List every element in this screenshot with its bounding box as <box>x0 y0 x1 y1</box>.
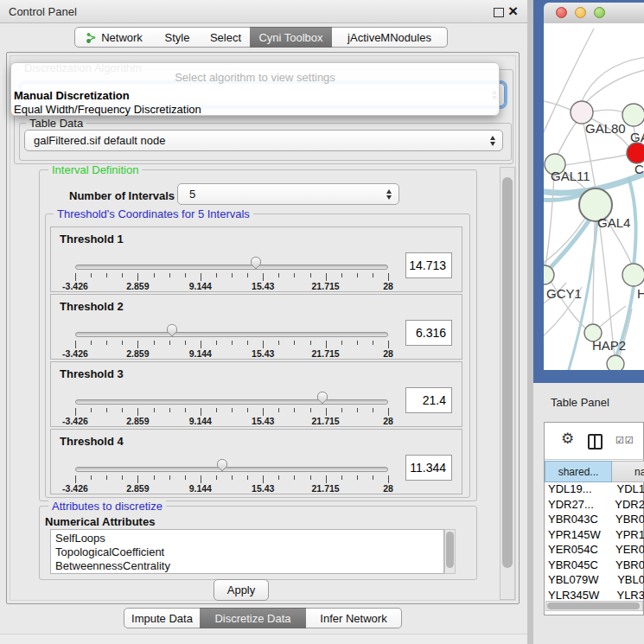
slider-thumb[interactable] <box>215 458 229 472</box>
threshold-value-field[interactable]: 21.4 <box>405 387 452 413</box>
threshold-panel-2: Threshold 2-3.4262.8599.14415.4321.71528… <box>50 294 462 360</box>
network-node-ga[interactable] <box>622 104 644 126</box>
edge[interactable] <box>582 56 644 101</box>
network-window-titlebar[interactable] <box>544 3 644 24</box>
minor-tick <box>106 273 107 277</box>
network-node[interactable] <box>607 355 624 370</box>
minor-tick <box>278 273 279 277</box>
select-columns-icon[interactable]: ☑☑ <box>615 435 634 446</box>
window-title: Control Panel <box>9 5 77 18</box>
bottom-tab-impute-data[interactable]: Impute Data <box>124 608 201 628</box>
major-tick <box>388 273 389 281</box>
number-of-intervals-combobox[interactable]: 5 <box>177 183 399 205</box>
minor-tick <box>232 475 233 480</box>
tick-label: 15.43 <box>252 416 274 426</box>
slider-thumb[interactable] <box>165 323 179 337</box>
cell-name: YDR2 <box>609 498 644 513</box>
main-scrollbar-thumb[interactable] <box>502 177 513 568</box>
table-row[interactable]: YDR27...YDR2 <box>545 498 644 513</box>
minor-tick <box>310 341 311 345</box>
tab-style[interactable]: Style <box>153 27 202 48</box>
column-header-name[interactable]: na <box>612 461 644 482</box>
edge[interactable] <box>564 155 628 165</box>
column-layout-icon[interactable] <box>588 434 603 450</box>
tab-network[interactable]: Network <box>74 27 154 48</box>
major-tick <box>263 475 264 483</box>
network-node-h[interactable] <box>622 264 644 286</box>
column-header-shared-name[interactable]: shared... <box>545 461 612 482</box>
major-tick <box>201 408 201 416</box>
list-item-selfloops[interactable]: SelfLoops <box>55 532 443 545</box>
minor-tick <box>294 408 295 412</box>
slider-track[interactable] <box>75 467 388 472</box>
edge[interactable] <box>593 221 595 325</box>
edge[interactable] <box>544 239 545 266</box>
major-tick <box>137 408 138 416</box>
edge[interactable] <box>585 68 644 103</box>
dropdown-item-equal-width-frequency-discretization[interactable]: Equal Width/Frequency Discretization <box>14 103 201 116</box>
list-item-betweennesscentrality[interactable]: BetweennessCentrality <box>55 559 443 573</box>
major-tick <box>75 475 76 483</box>
major-tick <box>263 408 264 416</box>
tab-cyni-toolbox[interactable]: Cyni Toolbox <box>250 27 333 48</box>
table-row[interactable]: YDL19...YDL1 <box>545 482 644 498</box>
table-row[interactable]: YLR345WYLR3 <box>545 589 644 601</box>
threshold-value-field[interactable]: 14.713 <box>405 252 452 278</box>
minor-tick <box>91 475 92 480</box>
threshold-value-field[interactable]: 11.344 <box>405 455 452 481</box>
interval-definition-group-title: Interval Definition <box>48 164 142 175</box>
slider-tick-labels: -3.4262.8599.14415.4321.71528 <box>75 348 388 359</box>
bottom-tab-label: Impute Data <box>131 612 193 625</box>
tick-label: 2.859 <box>126 483 149 494</box>
numerical-attributes-list[interactable]: SelfLoopsTopologicalCoefficientBetweenne… <box>50 529 444 574</box>
float-window-icon[interactable] <box>494 8 504 17</box>
major-tick <box>137 341 138 348</box>
minor-tick <box>169 475 170 480</box>
threshold-panel-3: Threshold 3-3.4262.8599.14415.4321.71528… <box>50 361 462 427</box>
apply-button[interactable]: Apply <box>214 579 269 601</box>
gear-icon[interactable]: ⚙ <box>561 430 574 448</box>
tab-jactivemnodules[interactable]: jActiveMNodules <box>332 27 448 48</box>
network-node-c[interactable] <box>627 143 644 163</box>
network-canvas[interactable]: GAL80GACGAL11GAL4GCY1HHAP2 <box>544 23 644 370</box>
bottom-tab-discretize-data[interactable]: Discretize Data <box>200 608 307 628</box>
slider-track[interactable] <box>75 265 388 270</box>
table-row[interactable]: YPR145WYPR1 <box>545 528 644 544</box>
minor-tick <box>216 273 217 277</box>
node-label: GCY1 <box>546 286 582 301</box>
edge[interactable] <box>544 99 571 110</box>
table-row[interactable]: YBR043CYBR0 <box>545 513 644 528</box>
slider-ticks <box>75 408 388 416</box>
tick-label: 9.144 <box>189 416 212 426</box>
dropdown-item-manual-discretization[interactable]: Manual Discretization <box>14 89 130 102</box>
table-row[interactable]: YBL079WYBL0 <box>545 573 644 589</box>
attributes-scrollbar-thumb[interactable] <box>446 532 454 568</box>
edge[interactable] <box>593 110 623 112</box>
slider-track[interactable] <box>75 399 388 405</box>
table-hscrollbar-thumb[interactable] <box>547 603 640 609</box>
close-icon[interactable]: × <box>508 1 518 22</box>
slider-thumb[interactable] <box>249 256 263 270</box>
minor-tick <box>278 408 279 412</box>
table-row[interactable]: YBR045CYBR0 <box>545 558 644 574</box>
table-row[interactable]: YER054CYER0 <box>545 543 644 558</box>
minor-tick <box>310 408 311 412</box>
slider-thumb[interactable] <box>316 391 329 405</box>
tab-select[interactable]: Select <box>201 27 251 48</box>
bottom-tab-infer-network[interactable]: Infer Network <box>306 608 402 628</box>
threshold-value-field[interactable]: 6.316 <box>405 320 452 346</box>
minimize-traffic-light-icon[interactable] <box>575 7 586 18</box>
table-data-combobox[interactable]: galFiltered.sif default node <box>24 130 503 151</box>
edge[interactable] <box>558 122 577 155</box>
minor-tick <box>91 408 92 412</box>
edge[interactable] <box>600 306 626 327</box>
threshold-label: Threshold 3 <box>60 367 124 380</box>
slider-track[interactable] <box>75 332 388 337</box>
zoom-traffic-light-icon[interactable] <box>594 7 605 18</box>
minor-tick <box>106 341 107 345</box>
major-tick <box>326 341 327 348</box>
minor-tick <box>373 475 373 480</box>
close-traffic-light-icon[interactable] <box>556 7 567 18</box>
minor-tick <box>185 273 186 277</box>
list-item-topologicalcoefficient[interactable]: TopologicalCoefficient <box>55 545 443 559</box>
